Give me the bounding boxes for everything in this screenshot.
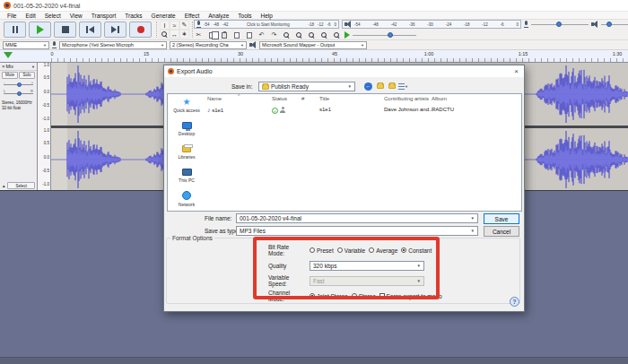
rec-tick: -48 (214, 22, 220, 27)
recording-channels-dropdown[interactable]: 2 (Stereo) Recording Cha▼ (170, 41, 247, 49)
play-at-speed-icon[interactable] (345, 31, 350, 39)
sidebar-item-this-pc[interactable]: This PC (168, 167, 205, 190)
zoom-toggle-button[interactable] (332, 30, 342, 39)
monitor-text[interactable]: Click to Start Monitoring (231, 22, 306, 27)
fit-selection-button[interactable] (307, 30, 317, 39)
sidebar-item-quick-access[interactable]: ★ Quick access (168, 97, 205, 120)
gain-slider[interactable]: -+ (4, 81, 33, 88)
timeline-ruler[interactable]: 0 15 30 45 1:00 1:15 1:30 (0, 50, 628, 63)
bit-rate-mode-label: Bit Rate Mode: (268, 244, 306, 256)
select-track-button[interactable]: Select (7, 182, 35, 189)
mute-button[interactable]: Mute (2, 72, 18, 79)
radio-variable[interactable]: Variable (337, 247, 365, 254)
save-button[interactable]: Save (484, 213, 519, 224)
menu-view[interactable]: View (65, 12, 87, 20)
skip-to-end-button[interactable] (104, 22, 126, 38)
back-button[interactable]: ← (363, 82, 373, 91)
selection-tool-button[interactable]: I (160, 21, 170, 30)
timeshift-tool-button[interactable]: ↔ (170, 30, 179, 39)
file-browser-panel: ★ Quick access Desktop Libraries This PC (167, 93, 522, 212)
column-header-number[interactable]: # (301, 96, 304, 101)
help-button[interactable]: ? (510, 297, 519, 307)
file-name-label: File name: (205, 215, 231, 221)
menu-effect[interactable]: Effect (180, 12, 205, 20)
quality-label: Quality (268, 263, 306, 269)
cut-button[interactable]: ✂ (194, 30, 204, 39)
stop-button[interactable] (54, 22, 76, 38)
audacity-window: 001-05-20-2020 v4-final File Edit Select… (0, 0, 628, 364)
collapse-track-icon[interactable]: ▲ (2, 184, 5, 188)
recording-device-dropdown[interactable]: Microphone (Yeti Stereo Microph▼ (59, 41, 167, 49)
menu-analyze[interactable]: Analyze (204, 12, 233, 20)
new-folder-button[interactable] (387, 82, 397, 91)
menu-transport[interactable]: Transport (87, 12, 121, 20)
track-menu-caret-icon[interactable]: ▼ (31, 65, 35, 69)
column-header-name[interactable]: Name (207, 96, 222, 101)
up-one-level-button[interactable] (375, 82, 385, 91)
radio-preset[interactable]: Preset (310, 247, 334, 254)
sidebar-item-network[interactable]: Network (168, 190, 205, 213)
column-header-artists[interactable]: Contributing artists (384, 96, 429, 101)
sidebar-item-libraries[interactable]: Libraries (168, 143, 205, 167)
multi-tool-button[interactable]: ∗ (179, 30, 189, 39)
column-header-title[interactable]: Title (319, 96, 329, 101)
menu-tracks[interactable]: Tracks (120, 12, 146, 20)
radio-average[interactable]: Average (369, 247, 397, 254)
cancel-button[interactable]: Cancel (484, 226, 519, 237)
zoom-in-button[interactable] (282, 30, 292, 39)
playback-volume-slider[interactable] (601, 23, 628, 26)
solo-button[interactable]: Solo (19, 72, 35, 79)
menu-edit[interactable]: Edit (21, 12, 39, 20)
column-header-status[interactable]: Status (272, 96, 287, 101)
file-list[interactable]: Name ^ Status # Title Contributing artis… (205, 94, 521, 211)
dialog-close-icon[interactable]: × (512, 67, 520, 75)
vertical-scale-ruler[interactable]: 1.0 0.5 0.0 -0.5 -1.0 1.0 0.5 0.0 -0.5 -… (38, 63, 51, 190)
radio-constant[interactable]: Constant (401, 247, 432, 254)
undo-button[interactable]: ↶ (257, 30, 266, 39)
paste-button[interactable] (219, 30, 229, 39)
pause-button[interactable] (4, 22, 26, 38)
save-as-type-dropdown[interactable]: MP3 Files ▼ (236, 226, 478, 236)
envelope-tool-button[interactable]: ≈ (170, 21, 179, 30)
copy-button[interactable] (206, 30, 216, 39)
track-close-icon[interactable]: × (2, 64, 5, 69)
column-header-album[interactable]: Album (432, 96, 447, 101)
trim-audio-button[interactable] (231, 30, 241, 39)
dialog-title-bar: Export Audio × (164, 65, 524, 77)
file-name-input[interactable]: 001-05-20-2020 v4-final ▼ (236, 213, 478, 223)
menu-generate[interactable]: Generate (147, 12, 180, 20)
fit-project-button[interactable] (319, 30, 329, 39)
window-bottom-edge (0, 357, 628, 364)
playhead-triangle-icon[interactable] (4, 52, 13, 58)
playback-device-dropdown[interactable]: Microsoft Sound Mapper - Output▼ (259, 41, 367, 49)
play-button[interactable] (29, 22, 51, 38)
zoom-tool-button[interactable] (160, 30, 170, 39)
silence-audio-button[interactable] (244, 30, 254, 39)
network-icon (182, 191, 191, 200)
pan-slider[interactable]: LR (4, 90, 33, 97)
sidebar-item-desktop[interactable]: Desktop (168, 120, 205, 143)
zoom-out-button[interactable] (294, 30, 304, 39)
menu-file[interactable]: File (3, 12, 21, 20)
redo-button[interactable]: ↷ (269, 30, 279, 39)
play-speed-slider[interactable] (353, 34, 416, 37)
skip-to-start-button[interactable] (79, 22, 101, 38)
menu-help[interactable]: Help (257, 12, 277, 20)
view-menu-button[interactable]: ▼ (398, 82, 408, 91)
track-name[interactable]: Mix (6, 64, 14, 69)
force-mono-checkbox[interactable]: Force export to mono (379, 293, 442, 299)
menu-tools[interactable]: Tools (233, 12, 256, 20)
file-row[interactable]: ♪ s1e1 (207, 107, 223, 113)
recording-volume-slider[interactable] (531, 23, 589, 26)
playback-meter[interactable]: -54 -48 -42 -36 -30 -24 -18 -12 -6 0 (342, 20, 521, 29)
recording-meter[interactable]: -54 -48 -42 Click to Start Monitoring -1… (194, 20, 339, 29)
mic-volume-icon (524, 21, 528, 28)
menu-select[interactable]: Select (40, 12, 65, 20)
radio-joint-stereo[interactable]: Joint Stereo (310, 293, 348, 299)
draw-tool-button[interactable]: ✎ (179, 21, 189, 30)
quality-dropdown[interactable]: 320 kbps▼ (310, 261, 424, 271)
record-button[interactable] (129, 22, 152, 38)
save-in-dropdown[interactable]: Publish Ready ▼ (258, 82, 355, 91)
radio-stereo[interactable]: Stereo (352, 293, 376, 299)
audio-host-dropdown[interactable]: MME▼ (3, 41, 49, 49)
